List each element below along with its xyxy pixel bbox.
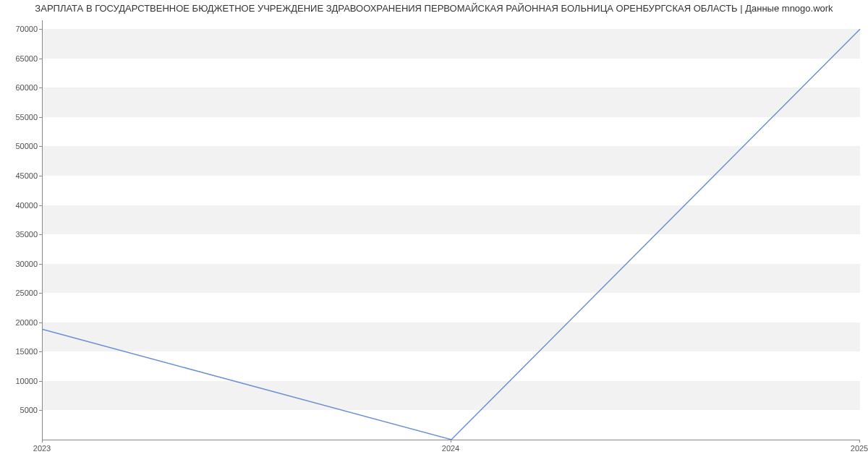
y-tick-label: 30000 [1, 260, 38, 268]
y-tick-label: 10000 [1, 377, 38, 385]
y-tick-label: 65000 [1, 54, 38, 63]
y-tick-label: 20000 [1, 318, 38, 327]
y-tick-label: 60000 [1, 83, 38, 92]
x-tick-mark [451, 440, 451, 443]
y-tick-label: 40000 [1, 201, 38, 210]
x-tick-label: 2025 [851, 444, 868, 453]
series-line [43, 29, 860, 440]
y-tick-mark [39, 59, 42, 59]
y-tick-label: 25000 [1, 289, 38, 297]
y-tick-mark [39, 29, 42, 30]
y-tick-mark [39, 146, 42, 147]
x-tick-mark [42, 440, 43, 443]
x-tick-mark [859, 440, 860, 443]
y-tick-label: 55000 [1, 113, 38, 121]
plot-area [42, 20, 860, 440]
y-tick-mark [39, 205, 42, 206]
x-tick-label: 2023 [33, 444, 51, 453]
y-tick-mark [39, 87, 42, 88]
y-tick-mark [39, 351, 42, 352]
x-tick-label: 2024 [442, 444, 459, 453]
y-tick-mark [39, 176, 42, 176]
y-tick-label: 15000 [1, 347, 38, 356]
y-tick-mark [39, 117, 42, 118]
y-tick-mark [39, 264, 42, 265]
y-tick-label: 35000 [1, 230, 38, 239]
chart-title: ЗАРПЛАТА В ГОСУДАРСТВЕННОЕ БЮДЖЕТНОЕ УЧР… [0, 3, 868, 14]
y-tick-mark [39, 381, 42, 382]
line-layer [43, 20, 860, 440]
y-tick-label: 50000 [1, 142, 38, 150]
y-tick-mark [39, 410, 42, 411]
y-tick-mark [39, 293, 42, 294]
y-tick-label: 45000 [1, 171, 38, 180]
y-tick-label: 5000 [1, 406, 38, 414]
y-tick-mark [39, 234, 42, 235]
y-tick-mark [39, 322, 42, 323]
y-tick-label: 70000 [1, 25, 38, 33]
